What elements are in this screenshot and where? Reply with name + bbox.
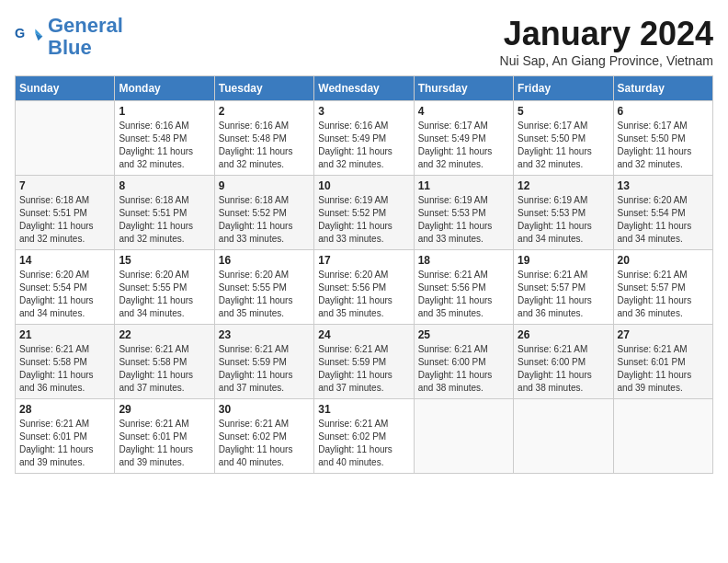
month-title: January 2024 [500, 15, 713, 53]
day-header-monday: Monday [115, 76, 214, 101]
day-cell: 7Sunrise: 6:18 AM Sunset: 5:51 PM Daylig… [16, 176, 115, 250]
day-info: Sunrise: 6:21 AM Sunset: 6:01 PM Dayligh… [119, 418, 210, 469]
day-number: 20 [618, 254, 709, 267]
day-info: Sunrise: 6:20 AM Sunset: 5:54 PM Dayligh… [19, 269, 110, 320]
day-cell: 26Sunrise: 6:21 AM Sunset: 6:00 PM Dayli… [514, 325, 613, 399]
day-cell: 20Sunrise: 6:21 AM Sunset: 5:57 PM Dayli… [613, 250, 712, 325]
logo: G General Blue [15, 15, 123, 59]
day-info: Sunrise: 6:21 AM Sunset: 6:00 PM Dayligh… [518, 343, 609, 395]
day-info: Sunrise: 6:21 AM Sunset: 5:57 PM Dayligh… [518, 269, 609, 320]
svg-text:G: G [15, 26, 25, 40]
day-info: Sunrise: 6:19 AM Sunset: 5:52 PM Dayligh… [318, 194, 409, 246]
day-number: 17 [318, 254, 409, 267]
day-info: Sunrise: 6:16 AM Sunset: 5:48 PM Dayligh… [219, 120, 310, 171]
day-info: Sunrise: 6:18 AM Sunset: 5:52 PM Dayligh… [219, 194, 310, 246]
day-cell: 17Sunrise: 6:20 AM Sunset: 5:56 PM Dayli… [314, 250, 414, 325]
day-cell: 27Sunrise: 6:21 AM Sunset: 6:01 PM Dayli… [613, 325, 712, 399]
calendar-week-row: 28Sunrise: 6:21 AM Sunset: 6:01 PM Dayli… [16, 399, 713, 474]
day-cell: 12Sunrise: 6:19 AM Sunset: 5:53 PM Dayli… [514, 176, 613, 250]
day-info: Sunrise: 6:21 AM Sunset: 6:01 PM Dayligh… [618, 343, 709, 395]
day-number: 2 [219, 105, 310, 118]
day-info: Sunrise: 6:21 AM Sunset: 5:57 PM Dayligh… [618, 269, 709, 320]
day-header-tuesday: Tuesday [214, 76, 313, 101]
day-info: Sunrise: 6:20 AM Sunset: 5:55 PM Dayligh… [119, 269, 210, 320]
calendar-week-row: 7Sunrise: 6:18 AM Sunset: 5:51 PM Daylig… [16, 176, 713, 250]
day-info: Sunrise: 6:17 AM Sunset: 5:50 PM Dayligh… [518, 120, 609, 171]
day-cell: 16Sunrise: 6:20 AM Sunset: 5:55 PM Dayli… [214, 250, 313, 325]
day-header-sunday: Sunday [16, 76, 115, 101]
day-cell: 29Sunrise: 6:21 AM Sunset: 6:01 PM Dayli… [115, 399, 214, 474]
day-number: 7 [19, 179, 110, 192]
empty-cell [613, 399, 712, 474]
day-cell: 11Sunrise: 6:19 AM Sunset: 5:53 PM Dayli… [414, 176, 513, 250]
day-cell: 4Sunrise: 6:17 AM Sunset: 5:49 PM Daylig… [414, 101, 513, 176]
day-number: 21 [19, 328, 110, 341]
day-header-saturday: Saturday [613, 76, 712, 101]
title-block: January 2024 Nui Sap, An Giang Province,… [500, 15, 713, 68]
day-cell: 13Sunrise: 6:20 AM Sunset: 5:54 PM Dayli… [613, 176, 712, 250]
day-cell: 30Sunrise: 6:21 AM Sunset: 6:02 PM Dayli… [214, 399, 313, 474]
day-cell: 28Sunrise: 6:21 AM Sunset: 6:01 PM Dayli… [16, 399, 115, 474]
day-number: 8 [119, 179, 210, 192]
day-number: 5 [518, 105, 609, 118]
day-info: Sunrise: 6:16 AM Sunset: 5:49 PM Dayligh… [318, 120, 409, 171]
day-number: 10 [318, 179, 409, 192]
day-info: Sunrise: 6:19 AM Sunset: 5:53 PM Dayligh… [418, 194, 509, 246]
day-info: Sunrise: 6:21 AM Sunset: 5:59 PM Dayligh… [219, 343, 310, 395]
day-header-wednesday: Wednesday [314, 76, 414, 101]
day-number: 11 [418, 179, 509, 192]
day-number: 26 [518, 328, 609, 341]
day-info: Sunrise: 6:18 AM Sunset: 5:51 PM Dayligh… [119, 194, 210, 246]
day-cell: 6Sunrise: 6:17 AM Sunset: 5:50 PM Daylig… [613, 101, 712, 176]
day-cell: 21Sunrise: 6:21 AM Sunset: 5:58 PM Dayli… [16, 325, 115, 399]
day-cell: 10Sunrise: 6:19 AM Sunset: 5:52 PM Dayli… [314, 176, 414, 250]
logo-blue: Blue [48, 36, 92, 59]
day-info: Sunrise: 6:18 AM Sunset: 5:51 PM Dayligh… [19, 194, 110, 246]
day-info: Sunrise: 6:21 AM Sunset: 5:59 PM Dayligh… [318, 343, 409, 395]
day-number: 29 [119, 403, 210, 416]
day-number: 9 [219, 179, 310, 192]
day-number: 28 [19, 403, 110, 416]
calendar-header-row: SundayMondayTuesdayWednesdayThursdayFrid… [16, 76, 713, 101]
day-info: Sunrise: 6:17 AM Sunset: 5:49 PM Dayligh… [418, 120, 509, 171]
day-number: 6 [618, 105, 709, 118]
day-cell: 1Sunrise: 6:16 AM Sunset: 5:48 PM Daylig… [115, 101, 214, 176]
day-number: 27 [618, 328, 709, 341]
day-info: Sunrise: 6:21 AM Sunset: 6:00 PM Dayligh… [418, 343, 509, 395]
logo-text: General Blue [48, 15, 123, 59]
day-number: 25 [418, 328, 509, 341]
day-cell: 22Sunrise: 6:21 AM Sunset: 5:58 PM Dayli… [115, 325, 214, 399]
day-number: 18 [418, 254, 509, 267]
day-info: Sunrise: 6:21 AM Sunset: 5:58 PM Dayligh… [19, 343, 110, 395]
day-cell: 2Sunrise: 6:16 AM Sunset: 5:48 PM Daylig… [214, 101, 313, 176]
day-number: 15 [119, 254, 210, 267]
day-cell: 25Sunrise: 6:21 AM Sunset: 6:00 PM Dayli… [414, 325, 513, 399]
day-cell: 18Sunrise: 6:21 AM Sunset: 5:56 PM Dayli… [414, 250, 513, 325]
day-info: Sunrise: 6:19 AM Sunset: 5:53 PM Dayligh… [518, 194, 609, 246]
day-number: 22 [119, 328, 210, 341]
calendar-week-row: 1Sunrise: 6:16 AM Sunset: 5:48 PM Daylig… [16, 101, 713, 176]
day-number: 30 [219, 403, 310, 416]
empty-cell [414, 399, 513, 474]
day-info: Sunrise: 6:21 AM Sunset: 6:02 PM Dayligh… [318, 418, 409, 469]
day-number: 13 [618, 179, 709, 192]
empty-cell [514, 399, 613, 474]
day-cell: 23Sunrise: 6:21 AM Sunset: 5:59 PM Dayli… [214, 325, 313, 399]
day-info: Sunrise: 6:20 AM Sunset: 5:55 PM Dayligh… [219, 269, 310, 320]
day-header-thursday: Thursday [414, 76, 513, 101]
day-cell: 3Sunrise: 6:16 AM Sunset: 5:49 PM Daylig… [314, 101, 414, 176]
day-info: Sunrise: 6:16 AM Sunset: 5:48 PM Dayligh… [119, 120, 210, 171]
day-info: Sunrise: 6:21 AM Sunset: 6:02 PM Dayligh… [219, 418, 310, 469]
day-info: Sunrise: 6:20 AM Sunset: 5:56 PM Dayligh… [318, 269, 409, 320]
calendar-week-row: 14Sunrise: 6:20 AM Sunset: 5:54 PM Dayli… [16, 250, 713, 325]
day-number: 12 [518, 179, 609, 192]
day-number: 31 [318, 403, 409, 416]
calendar-table: SundayMondayTuesdayWednesdayThursdayFrid… [15, 75, 713, 474]
location: Nui Sap, An Giang Province, Vietnam [500, 53, 713, 68]
day-info: Sunrise: 6:21 AM Sunset: 5:58 PM Dayligh… [119, 343, 210, 395]
day-number: 23 [219, 328, 310, 341]
day-header-friday: Friday [514, 76, 613, 101]
day-number: 3 [318, 105, 409, 118]
day-info: Sunrise: 6:21 AM Sunset: 6:01 PM Dayligh… [19, 418, 110, 469]
day-info: Sunrise: 6:17 AM Sunset: 5:50 PM Dayligh… [618, 120, 709, 171]
